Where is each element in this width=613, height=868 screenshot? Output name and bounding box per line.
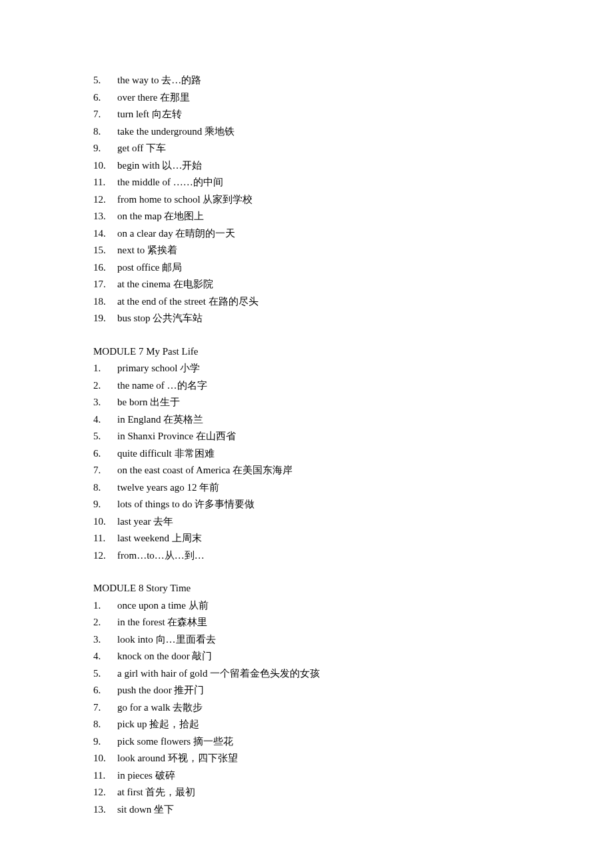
item-text: look around 环视，四下张望 [117,750,520,767]
list-item: 10.last year 去年 [93,513,520,531]
item-text: go for a walk 去散步 [117,699,520,717]
item-number: 12. [93,191,117,209]
item-number: 8. [93,123,117,141]
item-text: turn left 向左转 [117,106,520,123]
item-text: look into 向…里面看去 [117,631,520,649]
item-text: quite difficult 非常困难 [117,445,520,463]
item-number: 17. [93,276,117,293]
list-item: 17.at the cinema 在电影院 [93,276,520,293]
item-text: begin with 以…开始 [117,157,520,175]
item-number: 10. [93,157,117,175]
item-text: push the door 推开门 [117,682,520,699]
list-item: 7.on the east coast of America 在美国东海岸 [93,462,520,479]
item-number: 5. [93,72,117,89]
item-text: knock on the door 敲门 [117,648,520,665]
item-text: once upon a time 从前 [117,597,520,615]
list-item: 4.knock on the door 敲门 [93,648,520,665]
item-number: 11. [93,530,117,547]
item-text: take the underground 乘地铁 [117,123,520,141]
item-number: 11. [93,767,117,785]
list-item: 5.a girl with hair of gold 一个留着金色头发的女孩 [93,665,520,683]
item-number: 5. [93,428,117,445]
item-number: 7. [93,106,117,123]
item-text: the name of …的名字 [117,377,520,395]
item-number: 2. [93,614,117,631]
item-number: 13. [93,208,117,225]
item-number: 19. [93,310,117,327]
item-text: in the forest 在森林里 [117,614,520,631]
item-number: 1. [93,597,117,615]
module-title: MODULE 8 Story Time [93,580,520,597]
item-number: 10. [93,750,117,767]
list-item: 5.the way to 去…的路 [93,72,520,89]
list-item: 6.over there 在那里 [93,89,520,107]
list-item: 18.at the end of the street 在路的尽头 [93,293,520,311]
item-number: 6. [93,445,117,463]
list-item: 6.quite difficult 非常困难 [93,445,520,463]
list-item: 3.be born 出生于 [93,394,520,411]
list-item: 3.look into 向…里面看去 [93,631,520,649]
list-item: 8.pick up 捡起，拾起 [93,716,520,733]
item-text: lots of things to do 许多事情要做 [117,496,520,513]
list-item: 8.twelve years ago 12 年前 [93,479,520,497]
list-item: 7.go for a walk 去散步 [93,699,520,717]
item-text: at the cinema 在电影院 [117,276,520,293]
item-number: 4. [93,648,117,665]
list-item: 13.on the map 在地图上 [93,208,520,225]
item-text: post office 邮局 [117,259,520,277]
item-text: next to 紧挨着 [117,242,520,259]
list-item: 2.the name of …的名字 [93,377,520,395]
list-item: 11.in pieces 破碎 [93,767,520,785]
item-text: a girl with hair of gold 一个留着金色头发的女孩 [117,665,520,683]
list-item: 12.from…to…从…到… [93,547,520,565]
item-text: the way to 去…的路 [117,72,520,89]
item-number: 7. [93,462,117,479]
list-item: 11.the middle of ……的中间 [93,174,520,191]
item-number: 8. [93,479,117,497]
document-page: 5.the way to 去…的路6.over there 在那里7.turn … [0,0,613,868]
item-text: the middle of ……的中间 [117,174,520,191]
item-number: 16. [93,259,117,277]
item-number: 3. [93,394,117,411]
item-number: 9. [93,496,117,513]
list-item: 7.turn left 向左转 [93,106,520,123]
list-item: 5.in Shanxi Province 在山西省 [93,428,520,445]
list-item: 4.in England 在英格兰 [93,411,520,429]
list-item: 6.push the door 推开门 [93,682,520,699]
list-item: 8.take the underground 乘地铁 [93,123,520,141]
item-text: pick some flowers 摘一些花 [117,733,520,751]
item-text: primary school 小学 [117,360,520,377]
list-item: 13.sit down 坐下 [93,801,520,819]
item-text: from…to…从…到… [117,547,520,565]
item-text: last weekend 上周末 [117,530,520,547]
item-text: from home to school 从家到学校 [117,191,520,209]
item-text: on a clear day 在晴朗的一天 [117,225,520,243]
item-text: last year 去年 [117,513,520,531]
item-number: 3. [93,631,117,649]
list-item: 9.get off 下车 [93,140,520,157]
item-number: 2. [93,377,117,395]
item-text: on the map 在地图上 [117,208,520,225]
item-text: on the east coast of America 在美国东海岸 [117,462,520,479]
list-item: 10.begin with 以…开始 [93,157,520,175]
item-text: over there 在那里 [117,89,520,107]
item-number: 8. [93,716,117,733]
item-text: at first 首先，最初 [117,784,520,801]
list-item: 10.look around 环视，四下张望 [93,750,520,767]
list-item: 11.last weekend 上周末 [93,530,520,547]
item-text: bus stop 公共汽车站 [117,310,520,327]
list-item: 14.on a clear day 在晴朗的一天 [93,225,520,243]
list-item: 15.next to 紧挨着 [93,242,520,259]
item-text: twelve years ago 12 年前 [117,479,520,497]
item-number: 6. [93,682,117,699]
item-number: 14. [93,225,117,243]
item-number: 13. [93,801,117,819]
item-number: 15. [93,242,117,259]
item-number: 9. [93,733,117,751]
module-title: MODULE 7 My Past Life [93,343,520,361]
item-number: 6. [93,89,117,107]
item-text: in Shanxi Province 在山西省 [117,428,520,445]
item-number: 10. [93,513,117,531]
list-item: 12.from home to school 从家到学校 [93,191,520,209]
item-number: 7. [93,699,117,717]
